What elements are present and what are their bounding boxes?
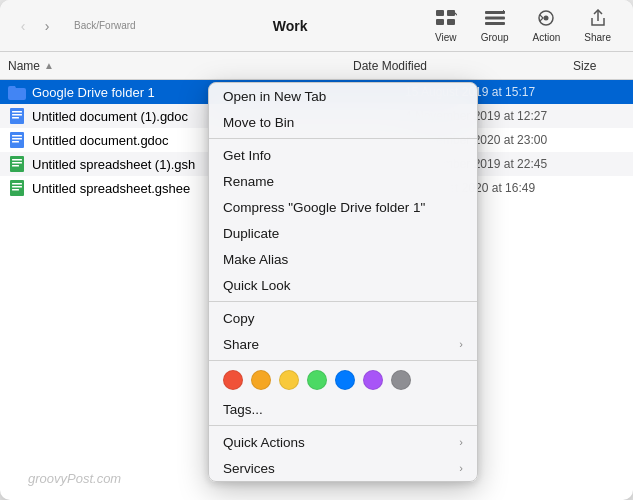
size-column-header[interactable]: Size: [573, 59, 633, 73]
menu-separator-4: [209, 425, 477, 426]
menu-item-quick-actions[interactable]: Quick Actions ›: [209, 429, 477, 455]
color-dot-purple[interactable]: [363, 370, 383, 390]
forward-button[interactable]: ›: [36, 15, 58, 37]
svg-rect-10: [12, 111, 22, 113]
group-label: Group: [481, 32, 509, 43]
menu-item-services[interactable]: Services ›: [209, 455, 477, 481]
watermark: groovyPost.com: [28, 471, 121, 486]
back-button[interactable]: ‹: [12, 15, 34, 37]
svg-rect-15: [12, 138, 22, 140]
view-icon: [435, 9, 457, 30]
svg-rect-6: [485, 22, 505, 25]
svg-rect-20: [12, 165, 19, 167]
gdoc-icon: [8, 131, 26, 149]
svg-rect-11: [12, 114, 22, 116]
gsheet-icon: [8, 155, 26, 173]
menu-separator-3: [209, 360, 477, 361]
color-dot-green[interactable]: [307, 370, 327, 390]
svg-rect-16: [12, 141, 19, 143]
svg-rect-24: [12, 189, 19, 191]
context-menu: Open in New Tab Move to Bin Get Info Ren…: [208, 82, 478, 482]
svg-rect-5: [485, 16, 505, 19]
sort-arrow: ▲: [44, 60, 54, 71]
submenu-chevron: ›: [459, 338, 463, 350]
submenu-chevron-svc: ›: [459, 462, 463, 474]
titlebar: ‹ › Back/Forward Work View: [0, 0, 633, 52]
menu-item-tags[interactable]: Tags...: [209, 396, 477, 422]
svg-rect-18: [12, 159, 22, 161]
color-dot-red[interactable]: [223, 370, 243, 390]
menu-item-duplicate[interactable]: Duplicate: [209, 220, 477, 246]
share-label: Share: [584, 32, 611, 43]
group-button[interactable]: Group: [471, 5, 519, 47]
svg-rect-19: [12, 162, 22, 164]
menu-item-quick-look[interactable]: Quick Look: [209, 272, 477, 298]
action-label: Action: [533, 32, 561, 43]
svg-rect-17: [10, 156, 24, 172]
svg-rect-4: [485, 11, 505, 14]
folder-icon: [8, 83, 26, 101]
share-button[interactable]: Share: [574, 5, 621, 47]
svg-rect-2: [436, 19, 444, 25]
action-icon: [535, 9, 557, 30]
date-column-header[interactable]: Date Modified: [353, 59, 573, 73]
color-tags-section: [209, 364, 477, 396]
menu-item-share[interactable]: Share ›: [209, 331, 477, 357]
menu-separator-2: [209, 301, 477, 302]
svg-rect-22: [12, 183, 22, 185]
toolbar-right: View Group: [425, 5, 621, 47]
gsheet-icon: [8, 179, 26, 197]
svg-rect-23: [12, 186, 22, 188]
column-headers: Name ▲ Date Modified Size: [0, 52, 633, 80]
color-dot-yellow[interactable]: [279, 370, 299, 390]
window-title: Work: [156, 18, 425, 34]
color-dot-blue[interactable]: [335, 370, 355, 390]
menu-item-copy[interactable]: Copy: [209, 305, 477, 331]
svg-point-8: [544, 15, 549, 20]
nav-label: Back/Forward: [74, 20, 136, 31]
view-label: View: [435, 32, 457, 43]
svg-rect-9: [10, 108, 24, 124]
svg-rect-1: [447, 10, 455, 16]
menu-item-rename[interactable]: Rename: [209, 168, 477, 194]
svg-rect-21: [10, 180, 24, 196]
color-dot-orange[interactable]: [251, 370, 271, 390]
menu-separator: [209, 138, 477, 139]
gdoc-icon: [8, 107, 26, 125]
name-column-header[interactable]: Name ▲: [8, 59, 353, 73]
menu-item-get-info[interactable]: Get Info: [209, 142, 477, 168]
svg-rect-12: [12, 117, 19, 119]
svg-rect-14: [12, 135, 22, 137]
view-button[interactable]: View: [425, 5, 467, 47]
svg-rect-0: [436, 10, 444, 16]
submenu-chevron-qa: ›: [459, 436, 463, 448]
action-button[interactable]: Action: [523, 5, 571, 47]
group-icon: [484, 9, 506, 30]
svg-rect-3: [447, 19, 455, 25]
menu-item-compress[interactable]: Compress "Google Drive folder 1": [209, 194, 477, 220]
share-icon: [589, 9, 607, 30]
menu-item-make-alias[interactable]: Make Alias: [209, 246, 477, 272]
menu-item-move-to-bin[interactable]: Move to Bin: [209, 109, 477, 135]
nav-buttons: ‹ ›: [12, 15, 58, 37]
menu-item-open-new-tab[interactable]: Open in New Tab: [209, 83, 477, 109]
svg-rect-13: [10, 132, 24, 148]
color-dot-gray[interactable]: [391, 370, 411, 390]
